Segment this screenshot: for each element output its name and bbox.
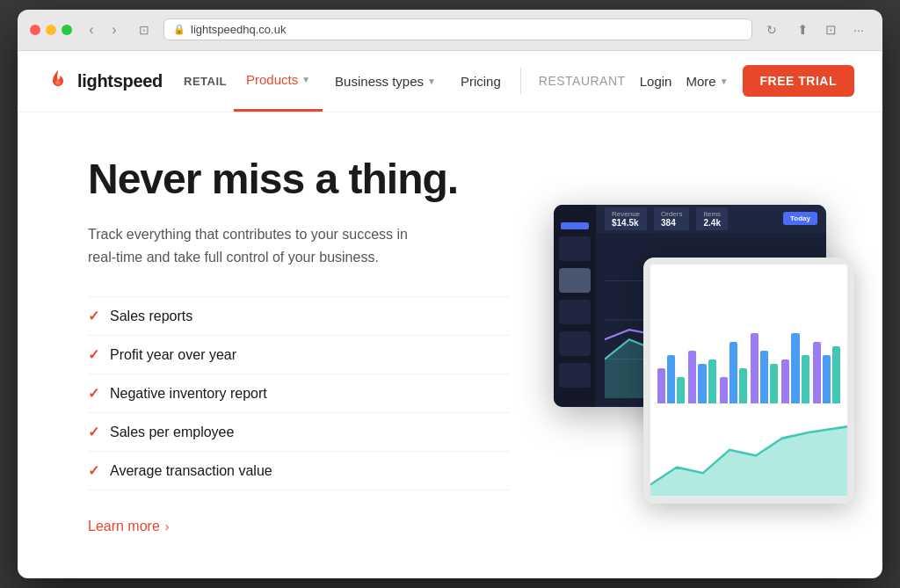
free-trial-button[interactable]: FREE TRIAL	[743, 65, 854, 97]
learn-more-text: Learn more	[88, 519, 160, 534]
bar-blue-5	[791, 333, 799, 403]
main-navbar: lightspeed RETAIL Products ▼ Business ty…	[18, 51, 882, 113]
nav-products[interactable]: Products ▼	[234, 50, 323, 112]
dashboard-header: Revenue$14.5k Orders384 Items2.4k Today	[596, 205, 826, 233]
feature-negative-inventory: ✓ Negative inventory report	[88, 374, 510, 413]
minimize-dot[interactable]	[46, 25, 56, 35]
sidebar-item-1	[559, 236, 591, 261]
features-list: ✓ Sales reports ✓ Profit year over year …	[88, 296, 510, 490]
sidebar-item-5	[559, 363, 591, 388]
sidebar-item-3	[559, 300, 591, 324]
bar-group-3	[720, 342, 747, 403]
bar-purple-3	[720, 377, 728, 403]
stat-3: Items2.4k	[696, 207, 728, 230]
bar-teal-6	[832, 346, 840, 403]
products-chevron-icon: ▼	[301, 75, 310, 84]
forward-button[interactable]: ›	[104, 19, 125, 40]
bar-purple-6	[813, 342, 821, 403]
bar-group-1	[657, 355, 685, 403]
feature-label-5: Average transaction value	[110, 463, 272, 479]
hero-title: Never miss a thing.	[88, 156, 510, 203]
bar-blue-2	[698, 364, 706, 403]
nav-business-types[interactable]: Business types ▼	[323, 50, 448, 112]
dashboard-sidebar	[554, 205, 596, 407]
tablet-area-chart	[650, 403, 847, 497]
bar-group-2	[688, 351, 715, 403]
business-types-chevron-icon: ▼	[427, 76, 436, 86]
browser-toolbar: ‹ › ⊡ 🔒 lightspeedhq.co.uk ↻ ⬆ ⊡ ···	[18, 10, 882, 51]
bar-group-5	[781, 333, 809, 403]
feature-label-4: Sales per employee	[110, 425, 234, 440]
hero-image-area: Revenue$14.5k Orders384 Items2.4k Today	[545, 187, 854, 504]
stat-2: Orders384	[654, 207, 689, 230]
maximize-dot[interactable]	[62, 25, 72, 35]
nav-pricing[interactable]: Pricing	[448, 50, 513, 112]
address-bar[interactable]: 🔒 lightspeedhq.co.uk	[163, 18, 752, 40]
reload-button[interactable]: ↻	[761, 19, 782, 40]
stat-1: Revenue$14.5k	[605, 207, 647, 230]
bar-blue-3	[729, 342, 737, 403]
hero-content: Never miss a thing. Track everything tha…	[88, 156, 510, 535]
feature-sales-per-employee: ✓ Sales per employee	[88, 413, 510, 452]
bar-purple-4	[751, 333, 758, 403]
add-tab-button[interactable]: ⊡	[819, 18, 842, 41]
bar-blue-6	[823, 355, 831, 403]
bar-purple-1	[657, 368, 665, 403]
check-icon-4: ✓	[88, 424, 99, 440]
bar-blue-4	[760, 351, 768, 403]
bar-purple-2	[688, 351, 696, 403]
feature-label-3: Negative inventory report	[110, 386, 267, 402]
nav-divider	[520, 68, 521, 94]
brand-link[interactable]: lightspeed	[46, 69, 163, 93]
tablet-bar-chart	[650, 265, 847, 403]
lock-icon: 🔒	[173, 24, 185, 35]
feature-label-1: Sales reports	[110, 309, 192, 324]
tablet-chart-area	[650, 265, 847, 497]
brand-logo-icon	[46, 69, 70, 93]
feature-label-2: Profit year over year	[110, 347, 236, 363]
bar-group-4	[751, 333, 778, 403]
nav-items: Products ▼ Business types ▼ Pricing REST…	[234, 50, 640, 112]
browser-action-buttons: ⬆ ⊡ ···	[791, 18, 870, 41]
bar-blue-1	[667, 355, 675, 403]
bar-teal-3	[739, 368, 747, 403]
share-button[interactable]: ⬆	[791, 18, 814, 41]
retail-label: RETAIL	[184, 75, 227, 88]
window-button[interactable]: ⊡	[134, 19, 155, 40]
sidebar-item-4	[559, 331, 591, 356]
url-text: lightspeedhq.co.uk	[191, 23, 286, 36]
nav-restaurant[interactable]: RESTAURANT	[528, 50, 636, 112]
nav-right: Login More ▼ FREE TRIAL	[640, 65, 854, 97]
browser-traffic-lights	[30, 25, 72, 35]
browser-window: ‹ › ⊡ 🔒 lightspeedhq.co.uk ↻ ⬆ ⊡ ··· lig…	[18, 10, 882, 579]
bar-teal-4	[770, 364, 778, 403]
check-icon-2: ✓	[88, 346, 99, 363]
learn-more-arrow-icon: ›	[165, 519, 170, 534]
dashboard-action-btn: Today	[783, 212, 817, 225]
bar-teal-1	[677, 377, 685, 403]
hero-section: Never miss a thing. Track everything tha…	[18, 113, 882, 579]
browser-nav-buttons: ‹ ›	[81, 19, 125, 40]
bar-purple-5	[781, 359, 789, 403]
more-button[interactable]: ···	[847, 18, 870, 41]
page-content: lightspeed RETAIL Products ▼ Business ty…	[18, 51, 882, 579]
check-icon-1: ✓	[88, 308, 99, 324]
tablet-mockup	[643, 258, 854, 504]
hero-subtitle: Track everything that contributes to you…	[88, 223, 422, 268]
sidebar-item-2	[559, 268, 591, 293]
feature-avg-transaction: ✓ Average transaction value	[88, 452, 510, 490]
more-dropdown[interactable]: More ▼	[686, 74, 728, 89]
back-button[interactable]: ‹	[81, 19, 102, 40]
check-icon-5: ✓	[88, 462, 99, 479]
more-chevron-icon: ▼	[720, 76, 729, 86]
close-dot[interactable]	[30, 25, 40, 35]
bar-teal-5	[802, 355, 809, 403]
login-link[interactable]: Login	[640, 74, 672, 89]
feature-sales-reports: ✓ Sales reports	[88, 296, 510, 336]
check-icon-3: ✓	[88, 385, 99, 402]
bar-group-6	[813, 342, 840, 403]
bar-teal-2	[708, 359, 716, 403]
brand-name-text: lightspeed	[77, 71, 163, 91]
feature-profit-yoy: ✓ Profit year over year	[88, 336, 510, 374]
learn-more-link[interactable]: Learn more ›	[88, 519, 510, 534]
